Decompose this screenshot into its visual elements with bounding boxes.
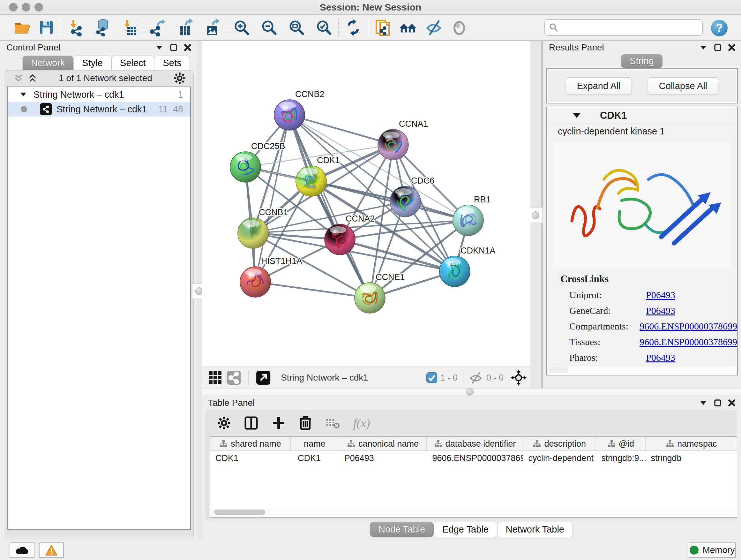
- tab-string[interactable]: String: [621, 54, 663, 68]
- panel-float-icon[interactable]: [714, 44, 721, 51]
- hide-graphics-details-icon[interactable]: [424, 18, 443, 37]
- column-header[interactable]: @id: [596, 437, 646, 450]
- network-selection-status: 1 of 1 Network selected: [37, 73, 174, 83]
- panel-float-icon[interactable]: [714, 399, 721, 407]
- warning-button[interactable]: [39, 543, 64, 558]
- table-row[interactable]: CDK1 CDK1 P06493 9606.ENSP00000378699 cy…: [210, 451, 737, 465]
- column-header[interactable]: canonical name: [339, 437, 427, 450]
- horizontal-splitter[interactable]: [202, 388, 741, 396]
- panel-menu-icon[interactable]: [699, 400, 707, 406]
- column-header[interactable]: shared name: [210, 437, 291, 450]
- network-canvas[interactable]: CCNB2CCNA1CDC25BCDK1CDC6RB1CCNB1CCNA2CDK…: [202, 41, 530, 367]
- network-node-RB1[interactable]: RB1: [453, 195, 491, 236]
- detach-view-icon[interactable]: [254, 368, 273, 387]
- import-network-icon[interactable]: [66, 18, 85, 37]
- export-image-icon[interactable]: [203, 18, 221, 37]
- network-view-toolbar: String Network – cdk1 1 - 0 0 - 0: [202, 367, 530, 388]
- export-table-icon[interactable]: [176, 18, 195, 37]
- hidden-eye-icon[interactable]: [468, 371, 483, 384]
- zoom-selected-icon[interactable]: [315, 18, 333, 37]
- panel-close-icon[interactable]: [728, 44, 735, 51]
- network-edge-CDK1-RB1[interactable]: [311, 181, 468, 220]
- panel-close-icon[interactable]: [184, 44, 191, 51]
- collapse-all-button[interactable]: Collapse All: [648, 77, 719, 95]
- scrollbar-thumb[interactable]: [214, 509, 265, 515]
- zoom-in-icon[interactable]: [232, 18, 251, 37]
- open-session-icon[interactable]: [13, 18, 31, 37]
- crosslink-genecard-link[interactable]: P06493: [646, 305, 675, 316]
- crosslink-compartments-link[interactable]: 9606.ENSP00000378699: [639, 321, 737, 332]
- crosslink-label: Compartments:: [569, 321, 639, 332]
- table-options-gear-icon[interactable]: [217, 416, 231, 430]
- search-field[interactable]: [544, 19, 703, 36]
- network-edge-HIST1H1A-CCNE1[interactable]: [255, 282, 370, 298]
- export-network-icon[interactable]: [149, 18, 168, 37]
- toolbar-separator: [248, 370, 249, 385]
- add-column-icon[interactable]: [272, 416, 286, 430]
- tab-select[interactable]: Select: [111, 56, 154, 70]
- results-panel: Results Panel String Expand All Collapse…: [542, 41, 741, 388]
- network-node-HIST1H1A[interactable]: HIST1H1A: [240, 256, 302, 297]
- control-panel-tabs: Network Style Select Sets: [22, 56, 197, 70]
- crosslink-tissues-link[interactable]: 9606.ENSP00000378699: [639, 336, 737, 348]
- birds-eye-crosshair-icon[interactable]: [509, 368, 528, 387]
- import-database-icon[interactable]: [93, 18, 112, 37]
- network-from-file-icon[interactable]: [374, 18, 392, 37]
- column-header[interactable]: name: [291, 437, 339, 450]
- entry-scrollbar[interactable]: [548, 367, 736, 374]
- tab-network-table[interactable]: Network Table: [497, 522, 573, 537]
- network-node-label: CCNB2: [295, 89, 325, 99]
- network-node-CDK1[interactable]: CDK1: [296, 155, 340, 196]
- tab-node-table[interactable]: Node Table: [370, 522, 434, 537]
- network-share-view-icon[interactable]: [225, 368, 243, 387]
- refresh-layout-icon[interactable]: [344, 18, 362, 37]
- toolbar-separator: [226, 18, 227, 37]
- network-row-selected[interactable]: String Network – cdk1 11 48: [8, 102, 190, 117]
- panel-menu-icon[interactable]: [699, 45, 707, 50]
- tab-network[interactable]: Network: [22, 56, 73, 70]
- crosslink-uniprot-link[interactable]: P06493: [646, 290, 675, 300]
- expand-all-icon[interactable]: [28, 74, 37, 83]
- zoom-fit-icon[interactable]: [287, 18, 306, 37]
- tab-edge-table[interactable]: Edge Table: [434, 522, 497, 537]
- selected-checkbox-icon[interactable]: [426, 372, 437, 383]
- panel-menu-icon[interactable]: [155, 45, 163, 50]
- crosslink-pharos-link[interactable]: P06493: [646, 352, 675, 363]
- delete-column-icon[interactable]: [299, 416, 312, 430]
- entry-expander-icon[interactable]: [572, 113, 581, 118]
- table-horizontal-scrollbar[interactable]: [212, 509, 736, 516]
- network-node-CCNB2[interactable]: CCNB2: [274, 89, 325, 130]
- network-node-CDKN1A[interactable]: CDKN1A: [440, 246, 495, 287]
- network-node-CCNA1[interactable]: CCNA1: [378, 119, 428, 160]
- show-graphics-details-icon[interactable]: [450, 18, 468, 37]
- entry-gene-name: CDK1: [600, 110, 627, 121]
- tab-sets[interactable]: Sets: [154, 56, 190, 70]
- memory-button[interactable]: Memory: [689, 543, 736, 558]
- tab-style[interactable]: Style: [73, 56, 111, 70]
- grid-view-icon[interactable]: [206, 368, 225, 387]
- network-node-CCNE1[interactable]: CCNE1: [354, 272, 405, 313]
- search-input[interactable]: [558, 23, 692, 33]
- right-splitter[interactable]: [530, 41, 542, 388]
- tree-expander-icon[interactable]: [20, 92, 26, 97]
- column-header[interactable]: description: [523, 437, 596, 450]
- network-options-gear-icon[interactable]: [174, 72, 186, 84]
- save-session-icon[interactable]: [37, 18, 56, 37]
- hidden-nodes-edges-count: 0 - 0: [486, 373, 503, 383]
- help-icon[interactable]: ?: [711, 20, 728, 37]
- table-cell: CDK1: [210, 451, 291, 465]
- zoom-out-icon[interactable]: [260, 18, 278, 37]
- right-splitter-handle[interactable]: [529, 207, 542, 223]
- left-splitter[interactable]: [197, 41, 202, 539]
- network-collection-row[interactable]: String Network – cdk1 1: [8, 87, 190, 102]
- expand-all-button[interactable]: Expand All: [566, 77, 632, 95]
- column-header[interactable]: database identifier: [427, 437, 523, 450]
- cloud-button[interactable]: [10, 543, 35, 558]
- panel-close-icon[interactable]: [728, 399, 735, 407]
- houses-icon[interactable]: [399, 18, 417, 37]
- import-table-icon[interactable]: [120, 18, 138, 37]
- collapse-all-icon[interactable]: [14, 74, 23, 83]
- column-header[interactable]: namespac: [646, 437, 737, 450]
- panel-float-icon[interactable]: [170, 44, 177, 51]
- show-columns-icon[interactable]: [244, 416, 258, 430]
